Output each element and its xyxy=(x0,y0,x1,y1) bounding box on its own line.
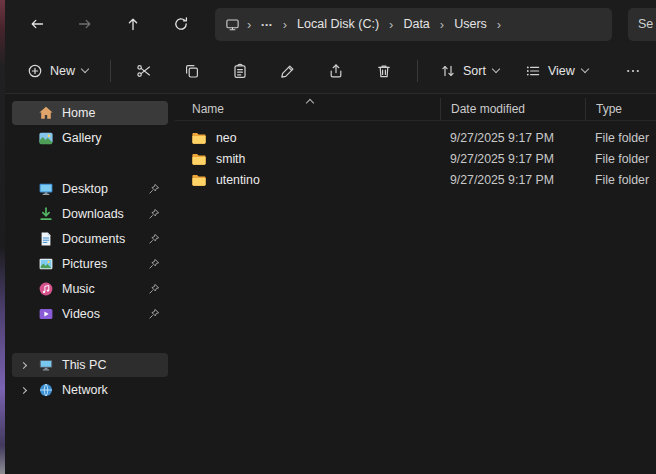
view-list-icon xyxy=(525,63,541,79)
address-bar[interactable]: › ••• › Local Disk (C:) › Data › Users › xyxy=(215,8,612,41)
refresh-button[interactable] xyxy=(161,7,201,41)
forward-button[interactable] xyxy=(65,7,105,41)
pin-icon xyxy=(148,208,160,220)
computer-icon xyxy=(225,17,240,32)
chevron-down-icon xyxy=(81,65,89,73)
view-label: View xyxy=(548,64,575,78)
sidebar-section-gap xyxy=(5,151,175,176)
column-label: Date modified xyxy=(451,102,525,116)
sidebar-item-label: Gallery xyxy=(62,131,102,145)
desktop-icon xyxy=(38,181,54,197)
sidebar-item-videos[interactable]: Videos xyxy=(12,302,168,326)
file-date-cell: 9/27/2025 9:17 PM xyxy=(440,173,585,187)
chevron-down-icon xyxy=(581,65,589,73)
content-area: Home Gallery Desktop xyxy=(5,94,656,474)
file-name: utentino xyxy=(216,173,260,187)
pin-icon xyxy=(148,233,160,245)
folder-icon xyxy=(191,172,207,188)
new-label: New xyxy=(50,64,75,78)
folder-icon xyxy=(191,151,207,167)
sidebar-item-home[interactable]: Home xyxy=(12,101,168,125)
sidebar-item-label: This PC xyxy=(62,358,106,372)
sort-arrows-icon xyxy=(440,63,456,79)
sidebar-item-gallery[interactable]: Gallery xyxy=(12,126,168,150)
share-button[interactable] xyxy=(315,54,357,88)
file-name: neo xyxy=(216,131,237,145)
pin-icon xyxy=(148,283,160,295)
file-date-cell: 9/27/2025 9:17 PM xyxy=(440,131,585,145)
file-type-cell: File folder xyxy=(585,152,656,166)
sort-button[interactable]: Sort xyxy=(430,54,509,88)
file-type-cell: File folder xyxy=(585,131,656,145)
downloads-icon xyxy=(38,206,54,222)
pictures-icon xyxy=(38,256,54,272)
back-button[interactable] xyxy=(17,7,57,41)
sidebar-item-pictures[interactable]: Pictures xyxy=(12,252,168,276)
chevron-down-icon xyxy=(492,65,500,73)
sidebar-item-this-pc[interactable]: This PC xyxy=(12,353,168,377)
trash-icon xyxy=(376,63,392,79)
this-pc-icon xyxy=(38,357,54,373)
search-input[interactable] xyxy=(638,17,656,31)
breadcrumb-local-disk-c[interactable]: Local Disk (C:) xyxy=(294,15,382,33)
column-label: Type xyxy=(596,102,622,116)
file-name-cell: utentino xyxy=(175,172,440,188)
expand-chevron-icon[interactable] xyxy=(17,388,30,393)
breadcrumb-chevron-icon: › xyxy=(388,18,394,31)
cut-icon xyxy=(136,63,152,79)
ellipsis-icon xyxy=(625,63,641,79)
breadcrumb-users[interactable]: Users xyxy=(451,15,490,33)
rename-button[interactable] xyxy=(267,54,309,88)
sidebar-item-label: Music xyxy=(62,282,95,296)
command-bar: New xyxy=(5,48,656,94)
new-button[interactable]: New xyxy=(17,54,98,88)
pin-icon xyxy=(148,258,160,270)
toolbar-separator xyxy=(417,60,418,82)
delete-button[interactable] xyxy=(363,54,405,88)
breadcrumb-chevron-icon: › xyxy=(496,18,502,31)
sidebar-item-label: Desktop xyxy=(62,182,108,196)
file-type-cell: File folder xyxy=(585,173,656,187)
file-row-utentino[interactable]: utentino 9/27/2025 9:17 PM File folder xyxy=(175,169,656,190)
sort-label: Sort xyxy=(463,64,486,78)
sidebar-item-desktop[interactable]: Desktop xyxy=(12,177,168,201)
column-label: Name xyxy=(192,102,224,116)
toolbar-separator xyxy=(110,60,111,82)
videos-icon xyxy=(38,306,54,322)
column-header-date-modified[interactable]: Date modified xyxy=(440,98,585,120)
forward-arrow-icon xyxy=(77,16,93,32)
file-list-pane: Name Date modified Type xyxy=(175,94,656,474)
sidebar-item-label: Documents xyxy=(62,232,125,246)
file-date-cell: 9/27/2025 9:17 PM xyxy=(440,152,585,166)
sidebar-section-gap xyxy=(5,327,175,352)
file-explorer-window: › ••• › Local Disk (C:) › Data › Users ›… xyxy=(5,0,656,474)
sidebar-item-documents[interactable]: Documents xyxy=(12,227,168,251)
copy-button[interactable] xyxy=(171,54,213,88)
file-rows: neo 9/27/2025 9:17 PM File folder smith … xyxy=(175,121,656,190)
rename-icon xyxy=(280,63,296,79)
expand-chevron-icon[interactable] xyxy=(17,363,30,368)
back-arrow-icon xyxy=(29,16,45,32)
navigation-pane: Home Gallery Desktop xyxy=(5,94,175,474)
cut-button[interactable] xyxy=(123,54,165,88)
column-headers: Name Date modified Type xyxy=(175,98,656,121)
paste-button[interactable] xyxy=(219,54,261,88)
sidebar-item-network[interactable]: Network xyxy=(12,378,168,402)
up-button[interactable] xyxy=(113,7,153,41)
view-button[interactable]: View xyxy=(515,54,598,88)
search-box[interactable] xyxy=(628,8,656,41)
sidebar-item-music[interactable]: Music xyxy=(12,277,168,301)
sidebar-item-downloads[interactable]: Downloads xyxy=(12,202,168,226)
breadcrumb-data[interactable]: Data xyxy=(400,15,432,33)
refresh-icon xyxy=(173,16,189,32)
folder-icon xyxy=(191,130,207,146)
file-name-cell: smith xyxy=(175,151,440,167)
file-row-smith[interactable]: smith 9/27/2025 9:17 PM File folder xyxy=(175,148,656,169)
file-row-neo[interactable]: neo 9/27/2025 9:17 PM File folder xyxy=(175,127,656,148)
breadcrumb-chevron-icon: › xyxy=(246,18,252,31)
column-header-type[interactable]: Type xyxy=(585,98,656,120)
copy-icon xyxy=(184,63,200,79)
breadcrumb-overflow[interactable]: ••• xyxy=(258,18,275,31)
more-options-button[interactable] xyxy=(612,54,654,88)
navigation-bar: › ••• › Local Disk (C:) › Data › Users › xyxy=(5,0,656,48)
